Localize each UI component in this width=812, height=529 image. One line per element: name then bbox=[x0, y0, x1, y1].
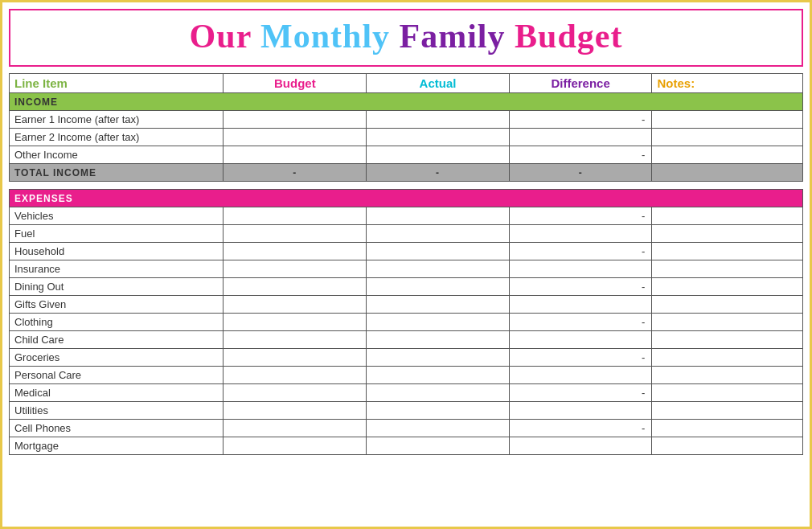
expense-diff-cell: - bbox=[509, 207, 652, 225]
income-budget-cell[interactable] bbox=[224, 111, 367, 129]
expense-budget-cell[interactable] bbox=[224, 384, 367, 402]
expense-budget-cell[interactable] bbox=[224, 367, 367, 384]
page-title: Our Monthly Family Budget bbox=[190, 18, 623, 55]
title-word2: Monthly bbox=[260, 18, 390, 55]
expense-actual-cell[interactable] bbox=[367, 278, 510, 296]
expense-notes-cell[interactable] bbox=[652, 402, 803, 420]
expense-budget-cell[interactable] bbox=[224, 420, 367, 437]
expense-item-label: Fuel bbox=[10, 225, 224, 243]
income-actual-cell[interactable] bbox=[367, 146, 510, 164]
expense-row: Personal Care bbox=[10, 367, 803, 384]
expense-actual-cell[interactable] bbox=[367, 207, 510, 225]
title-word4: Budget bbox=[515, 18, 622, 55]
expense-diff-cell: - bbox=[509, 278, 652, 296]
page-wrapper: Our Monthly Family Budget Line Item Budg… bbox=[0, 0, 812, 529]
income-actual-cell[interactable] bbox=[367, 129, 510, 146]
expense-notes-cell[interactable] bbox=[652, 367, 803, 384]
expense-notes-cell[interactable] bbox=[652, 384, 803, 402]
expense-budget-cell[interactable] bbox=[224, 349, 367, 367]
expense-item-label: Groceries bbox=[10, 349, 224, 367]
expense-actual-cell[interactable] bbox=[367, 367, 510, 384]
income-diff-cell bbox=[509, 129, 652, 146]
income-notes-cell[interactable] bbox=[652, 146, 803, 164]
expense-item-label: Household bbox=[10, 243, 224, 260]
income-actual-cell[interactable] bbox=[367, 111, 510, 129]
expense-actual-cell[interactable] bbox=[367, 437, 510, 455]
expense-notes-cell[interactable] bbox=[652, 296, 803, 314]
expense-notes-cell[interactable] bbox=[652, 207, 803, 225]
expense-row: Medical - bbox=[10, 384, 803, 402]
expenses-label: EXPENSES bbox=[10, 190, 803, 207]
expense-diff-cell bbox=[509, 225, 652, 243]
income-row: Earner 1 Income (after tax) - bbox=[10, 111, 803, 129]
expense-notes-cell[interactable] bbox=[652, 278, 803, 296]
expense-item-label: Insurance bbox=[10, 260, 224, 278]
income-budget-cell[interactable] bbox=[224, 129, 367, 146]
expense-item-label: Dining Out bbox=[10, 278, 224, 296]
expense-notes-cell[interactable] bbox=[652, 331, 803, 349]
header-notes: Notes: bbox=[652, 74, 803, 93]
title-word1: Our bbox=[190, 18, 252, 55]
expense-item-label: Cell Phones bbox=[10, 420, 224, 437]
expense-actual-cell[interactable] bbox=[367, 260, 510, 278]
total-income-label: TOTAL INCOME bbox=[10, 164, 224, 182]
expense-row: Dining Out - bbox=[10, 278, 803, 296]
expense-budget-cell[interactable] bbox=[224, 243, 367, 260]
expense-diff-cell: - bbox=[509, 420, 652, 437]
title-word3: Family bbox=[400, 18, 506, 55]
income-item-label: Other Income bbox=[10, 146, 224, 164]
expense-actual-cell[interactable] bbox=[367, 314, 510, 331]
total-income-actual: - bbox=[367, 164, 510, 182]
title-box: Our Monthly Family Budget bbox=[9, 9, 803, 67]
expense-notes-cell[interactable] bbox=[652, 243, 803, 260]
header-actual: Actual bbox=[367, 74, 510, 93]
expense-actual-cell[interactable] bbox=[367, 243, 510, 260]
expense-budget-cell[interactable] bbox=[224, 278, 367, 296]
expense-row: Household - bbox=[10, 243, 803, 260]
expense-item-label: Clothing bbox=[10, 314, 224, 331]
income-notes-cell[interactable] bbox=[652, 129, 803, 146]
expense-notes-cell[interactable] bbox=[652, 437, 803, 455]
expense-notes-cell[interactable] bbox=[652, 349, 803, 367]
expense-notes-cell[interactable] bbox=[652, 314, 803, 331]
expense-notes-cell[interactable] bbox=[652, 225, 803, 243]
expense-budget-cell[interactable] bbox=[224, 225, 367, 243]
expense-notes-cell[interactable] bbox=[652, 260, 803, 278]
expense-actual-cell[interactable] bbox=[367, 296, 510, 314]
expense-diff-cell bbox=[509, 260, 652, 278]
expense-actual-cell[interactable] bbox=[367, 349, 510, 367]
expense-budget-cell[interactable] bbox=[224, 314, 367, 331]
income-budget-cell[interactable] bbox=[224, 146, 367, 164]
expense-row: Cell Phones - bbox=[10, 420, 803, 437]
expense-row: Groceries - bbox=[10, 349, 803, 367]
income-diff-cell: - bbox=[509, 146, 652, 164]
expense-actual-cell[interactable] bbox=[367, 402, 510, 420]
expense-actual-cell[interactable] bbox=[367, 420, 510, 437]
expense-actual-cell[interactable] bbox=[367, 331, 510, 349]
expense-budget-cell[interactable] bbox=[224, 260, 367, 278]
income-diff-cell: - bbox=[509, 111, 652, 129]
header-difference: Difference bbox=[509, 74, 652, 93]
expense-budget-cell[interactable] bbox=[224, 331, 367, 349]
expense-row: Clothing - bbox=[10, 314, 803, 331]
income-notes-cell[interactable] bbox=[652, 111, 803, 129]
expense-actual-cell[interactable] bbox=[367, 384, 510, 402]
expense-budget-cell[interactable] bbox=[224, 402, 367, 420]
expense-diff-cell bbox=[509, 367, 652, 384]
income-item-label: Earner 2 Income (after tax) bbox=[10, 129, 224, 146]
expense-budget-cell[interactable] bbox=[224, 207, 367, 225]
expense-item-label: Personal Care bbox=[10, 367, 224, 384]
expense-item-label: Medical bbox=[10, 384, 224, 402]
header-line-item: Line Item bbox=[10, 74, 224, 93]
expense-row: Vehicles - bbox=[10, 207, 803, 225]
expense-actual-cell[interactable] bbox=[367, 225, 510, 243]
expense-budget-cell[interactable] bbox=[224, 296, 367, 314]
expense-diff-cell bbox=[509, 296, 652, 314]
expense-notes-cell[interactable] bbox=[652, 420, 803, 437]
expense-row: Fuel bbox=[10, 225, 803, 243]
expense-row: Utilities bbox=[10, 402, 803, 420]
expense-budget-cell[interactable] bbox=[224, 437, 367, 455]
table-header-row: Line Item Budget Actual Difference Notes… bbox=[10, 74, 803, 93]
total-income-diff: - bbox=[509, 164, 652, 182]
total-income-budget: - bbox=[224, 164, 367, 182]
